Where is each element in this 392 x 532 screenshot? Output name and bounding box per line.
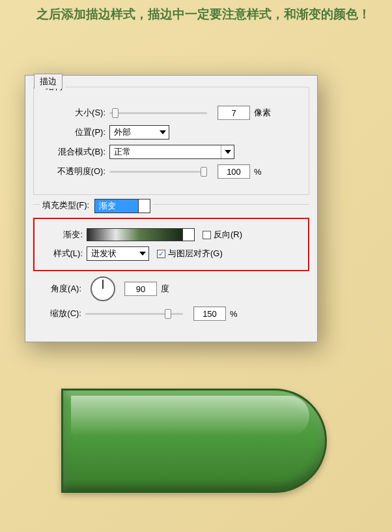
scale-slider-thumb[interactable] — [165, 309, 171, 319]
position-select[interactable]: 外部 — [109, 125, 169, 140]
chevron-down-icon — [160, 130, 166, 134]
highlight-box: 渐变: 反向(R) 样式(L): 迸发状 ✓ 与图层对齐(G) — [33, 218, 309, 271]
gradient-row: 渐变: 反向(R) — [41, 228, 301, 241]
opacity-input[interactable] — [217, 164, 250, 179]
group-structure: 结构 大小(S): 像素 位置(P): 外部 混合模式(B): 正常 — [33, 81, 309, 195]
scale-input[interactable] — [193, 306, 226, 321]
group-fill: 填充类型(F): 渐变 渐变: 反向(R) — [33, 204, 309, 321]
size-slider[interactable] — [109, 112, 207, 114]
button-gloss — [71, 396, 309, 436]
angle-dial[interactable] — [91, 276, 115, 301]
position-value: 外部 — [114, 126, 131, 138]
fill-type-select[interactable]: 渐变 — [94, 199, 139, 213]
size-input[interactable] — [217, 106, 250, 120]
reverse-label: 反向(R) — [214, 229, 242, 241]
size-row: 大小(S): 像素 — [43, 106, 300, 120]
angle-unit: 度 — [161, 283, 169, 295]
chevron-down-icon — [225, 150, 231, 154]
blend-select[interactable]: 正常 — [109, 145, 234, 159]
style-label: 样式(L): — [41, 248, 87, 259]
opacity-row: 不透明度(O): % — [43, 164, 300, 179]
angle-label: 角度(A): — [33, 283, 85, 295]
align-label: 与图层对齐(G) — [168, 248, 223, 259]
instruction-text: 之后添加描边样式，描边中一定要注意样式，和渐变的颜色！ — [0, 0, 392, 24]
reverse-checkbox[interactable] — [203, 231, 211, 239]
chevron-down-icon — [139, 252, 146, 256]
opacity-label: 不透明度(O): — [43, 166, 109, 177]
position-row: 位置(P): 外部 — [43, 125, 300, 140]
fill-type-label: 填充类型(F): 渐变 — [40, 199, 153, 213]
opacity-slider[interactable] — [109, 171, 207, 173]
tab-stroke[interactable]: 描边 — [34, 74, 63, 89]
angle-input[interactable] — [124, 282, 157, 296]
scale-label: 缩放(C): — [33, 308, 85, 319]
result-button — [61, 389, 327, 493]
style-value: 迸发状 — [91, 248, 117, 259]
gradient-dropdown-button[interactable] — [183, 228, 195, 241]
blend-value: 正常 — [114, 146, 131, 158]
scale-slider[interactable] — [85, 313, 183, 315]
angle-row: 角度(A): 度 — [33, 276, 309, 301]
size-label: 大小(S): — [43, 107, 109, 119]
stroke-dialog: 描边 结构 大小(S): 像素 位置(P): 外部 混合模式(B): — [25, 75, 318, 368]
align-checkbox[interactable]: ✓ — [157, 250, 165, 258]
fill-type-value: 渐变 — [99, 200, 116, 212]
angle-needle-icon — [102, 280, 104, 289]
position-label: 位置(P): — [43, 126, 109, 138]
opacity-unit: % — [254, 167, 262, 177]
size-unit: 像素 — [254, 107, 271, 119]
size-slider-thumb[interactable] — [112, 108, 119, 118]
scale-unit: % — [230, 309, 238, 319]
gradient-swatch[interactable] — [87, 228, 183, 241]
fill-type-dropdown-button[interactable] — [139, 199, 150, 213]
blend-label: 混合模式(B): — [43, 146, 109, 158]
scale-row: 缩放(C): % — [33, 306, 309, 321]
opacity-slider-thumb[interactable] — [201, 167, 207, 177]
style-select[interactable]: 迸发状 — [87, 246, 149, 261]
blend-row: 混合模式(B): 正常 — [43, 145, 300, 159]
style-row: 样式(L): 迸发状 ✓ 与图层对齐(G) — [41, 246, 301, 261]
gradient-label: 渐变: — [41, 229, 87, 241]
